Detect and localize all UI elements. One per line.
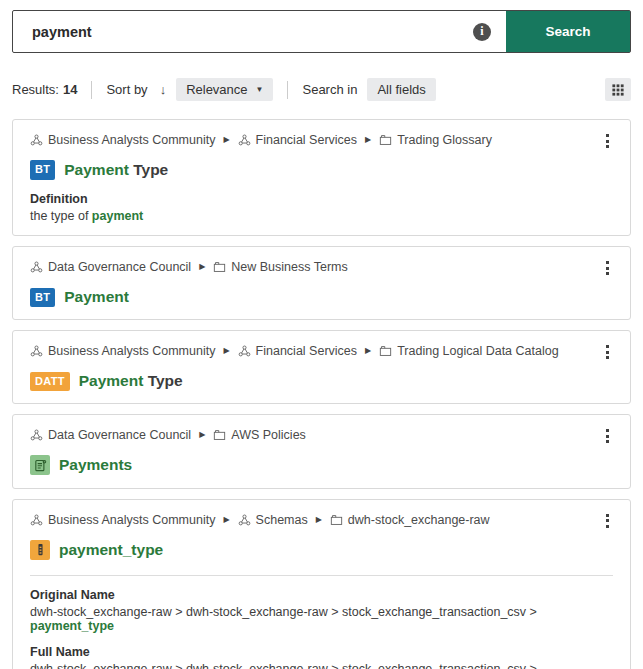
section-text-highlight: payment_type <box>30 619 114 633</box>
title-highlight: Payment <box>64 288 129 305</box>
divider <box>91 81 92 99</box>
breadcrumb-item[interactable]: Trading Glossary <box>379 133 492 147</box>
asset-title-link[interactable]: Payments <box>59 455 132 475</box>
search-in-value: All fields <box>377 82 425 97</box>
chevron-right-icon: ▶ <box>223 136 229 144</box>
result-card: Data Governance Council ▶ AWS Policies P… <box>12 414 631 488</box>
section-text-prefix: dwh-stock_exchange-raw > dwh-stock_excha… <box>30 662 537 669</box>
kebab-menu-button[interactable] <box>602 132 613 150</box>
breadcrumb-label: dwh-stock_exchange-raw <box>348 513 490 527</box>
section-label: Full Name <box>30 645 613 659</box>
divider <box>30 575 613 576</box>
breadcrumb-item[interactable]: Financial Services <box>238 133 357 147</box>
section-text: the type of payment <box>30 209 613 223</box>
title-highlight: Payments <box>59 456 132 473</box>
search-in-label: Search in <box>302 82 357 97</box>
column-icon <box>33 542 48 557</box>
definition-section: Definition the type of payment <box>30 192 613 223</box>
section-label: Original Name <box>30 588 613 602</box>
chevron-right-icon: ▶ <box>199 263 205 271</box>
full-name-section: Full Name dwh-stock_exchange-raw > dwh-s… <box>30 645 613 669</box>
breadcrumb-item[interactable]: New Business Terms <box>213 260 347 274</box>
breadcrumb-item[interactable]: Schemas <box>238 513 308 527</box>
chevron-right-icon: ▶ <box>223 347 229 355</box>
breadcrumb-item[interactable]: Financial Services <box>238 344 357 358</box>
search-in-filter[interactable]: All fields <box>367 78 435 101</box>
title-rest: Type <box>143 372 182 389</box>
sort-value-label: Relevance <box>186 82 247 97</box>
breadcrumb-label: Financial Services <box>256 133 357 147</box>
chevron-right-icon: ▶ <box>199 431 205 439</box>
breadcrumb-label: Schemas <box>256 513 308 527</box>
domain-icon <box>379 134 392 146</box>
kebab-menu-button[interactable] <box>602 259 613 277</box>
community-icon <box>30 134 43 146</box>
breadcrumb-label: Data Governance Council <box>48 260 191 274</box>
kebab-menu-button[interactable] <box>602 512 613 530</box>
kebab-menu-button[interactable] <box>602 343 613 361</box>
asset-type-badge: BT <box>30 288 55 307</box>
results-toolbar: Results: 14 Sort by ↓ Relevance ▼ Search… <box>12 78 631 101</box>
policy-type-badge <box>30 455 50 475</box>
community-icon <box>30 514 43 526</box>
scroll-icon <box>33 458 48 473</box>
sort-value-dropdown[interactable]: Relevance ▼ <box>176 78 273 101</box>
asset-title-link[interactable]: payment_type <box>59 540 163 560</box>
domain-icon <box>379 345 392 357</box>
breadcrumb-item[interactable]: dwh-stock_exchange-raw <box>330 513 490 527</box>
section-text: dwh-stock_exchange-raw > dwh-stock_excha… <box>30 605 613 633</box>
result-card: Business Analysts Community ▶ Schemas ▶ … <box>12 499 631 669</box>
section-text-prefix: dwh-stock_exchange-raw > dwh-stock_excha… <box>30 605 537 619</box>
community-icon <box>30 429 43 441</box>
results-label: Results: <box>12 82 59 97</box>
domain-icon <box>213 429 226 441</box>
breadcrumb-item[interactable]: Data Governance Council <box>30 428 191 442</box>
breadcrumb-label: Business Analysts Community <box>48 344 215 358</box>
result-card: Business Analysts Community ▶ Financial … <box>12 119 631 236</box>
breadcrumb-label: AWS Policies <box>231 428 306 442</box>
grid-view-button[interactable] <box>605 78 631 101</box>
section-text-prefix: the type of <box>30 209 92 223</box>
breadcrumb: Data Governance Council ▶ AWS Policies <box>30 427 602 443</box>
breadcrumb-label: Data Governance Council <box>48 428 191 442</box>
breadcrumb-label: Business Analysts Community <box>48 513 215 527</box>
chevron-down-icon: ▼ <box>256 86 264 94</box>
section-text-highlight: payment <box>92 209 143 223</box>
breadcrumb-item[interactable]: Business Analysts Community <box>30 344 215 358</box>
breadcrumb: Data Governance Council ▶ New Business T… <box>30 259 602 275</box>
asset-title-link[interactable]: Payment <box>64 287 129 307</box>
chevron-right-icon: ▶ <box>316 516 322 524</box>
title-rest: Type <box>129 161 168 178</box>
title-highlight: Payment <box>79 372 144 389</box>
divider <box>287 81 288 99</box>
breadcrumb-item[interactable]: Business Analysts Community <box>30 513 215 527</box>
section-text: dwh-stock_exchange-raw > dwh-stock_excha… <box>30 662 613 669</box>
domain-icon <box>213 261 226 273</box>
breadcrumb-label: New Business Terms <box>231 260 347 274</box>
result-card: Business Analysts Community ▶ Financial … <box>12 330 631 404</box>
column-type-badge <box>30 540 50 560</box>
result-card: Data Governance Council ▶ New Business T… <box>12 246 631 320</box>
breadcrumb-label: Trading Glossary <box>397 133 492 147</box>
community-icon <box>30 345 43 357</box>
breadcrumb: Business Analysts Community ▶ Schemas ▶ … <box>30 512 602 528</box>
asset-title-link[interactable]: Payment Type <box>79 371 183 391</box>
kebab-menu-button[interactable] <box>602 427 613 445</box>
sort-direction-icon[interactable]: ↓ <box>160 82 167 97</box>
community-icon <box>30 261 43 273</box>
info-icon[interactable]: i <box>473 23 491 41</box>
breadcrumb-item[interactable]: Data Governance Council <box>30 260 191 274</box>
search-button[interactable]: Search <box>506 11 630 52</box>
breadcrumb-label: Financial Services <box>256 344 357 358</box>
breadcrumb-item[interactable]: Trading Logical Data Catalog <box>379 344 558 358</box>
section-label: Definition <box>30 192 613 206</box>
community-icon <box>238 514 251 526</box>
breadcrumb-item[interactable]: AWS Policies <box>213 428 306 442</box>
breadcrumb-item[interactable]: Business Analysts Community <box>30 133 215 147</box>
search-bar: i Search <box>12 10 631 53</box>
search-input[interactable] <box>13 11 473 52</box>
community-icon <box>238 134 251 146</box>
sort-by-label: Sort by <box>106 82 147 97</box>
asset-title-link[interactable]: Payment Type <box>64 160 168 180</box>
breadcrumb-label: Business Analysts Community <box>48 133 215 147</box>
